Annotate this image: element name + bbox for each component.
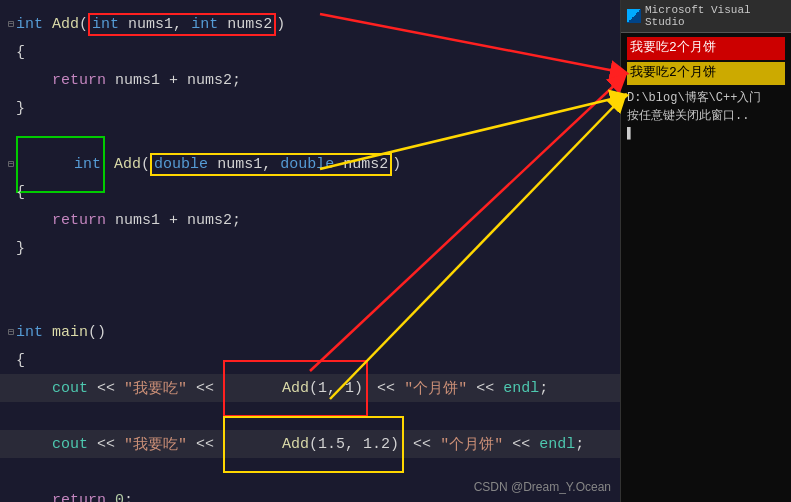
watermark: CSDN @Dream_Y.Ocean (474, 480, 611, 494)
paren-open-1: ( (79, 16, 88, 33)
fn-add-2: Add (114, 156, 141, 173)
kw-return-2: return (52, 212, 106, 229)
kw-return-1: return (52, 72, 106, 89)
console-title: Microsoft Visual Studio (645, 4, 785, 28)
output-line-2: 我要吃2个月饼 (627, 62, 785, 85)
collapse-2[interactable]: ⊟ (8, 158, 14, 170)
box-params-red: int nums1, int nums2 (88, 13, 276, 36)
collapse-1[interactable]: ⊟ (8, 18, 14, 30)
code-line-11 (0, 290, 620, 318)
return-body-2: nums1 + nums2; (106, 212, 241, 229)
code-line-14: cout << "我要吃" << Add(1, 1) << "个月饼" << e… (0, 374, 620, 402)
box-int-green: int (16, 136, 105, 193)
fn-add-1: Add (52, 16, 79, 33)
brace-open-2: { (16, 184, 25, 201)
code-line-2: { (0, 38, 620, 66)
box-add-double-call: Add(1.5, 1.2) (223, 416, 404, 473)
console-output: 我要吃2个月饼 我要吃2个月饼 D:\blog\博客\C++入门 按任意键关闭此… (621, 33, 791, 147)
code-line-1: ⊟ int Add ( int nums1, int nums2 ) (0, 10, 620, 38)
output-path: D:\blog\博客\C++入门 按任意键关闭此窗口.. ▌ (627, 89, 785, 143)
collapse-3[interactable]: ⊟ (8, 326, 14, 338)
code-line-3: return nums1 + nums2; (0, 66, 620, 94)
console-titlebar: Microsoft Visual Studio (621, 0, 791, 33)
kw-int-main: int (16, 324, 43, 341)
code-line-8: return nums1 + nums2; (0, 206, 620, 234)
code-line-10 (0, 262, 620, 290)
output-line-1: 我要吃2个月饼 (627, 37, 785, 60)
box-params-yellow: double nums1, double nums2 (150, 153, 392, 176)
brace-close-1: } (16, 100, 25, 117)
space-1 (43, 16, 52, 33)
kw-int-1: int (16, 16, 43, 33)
paren-close-1: ) (276, 16, 285, 33)
code-line-12: ⊟ int main () (0, 318, 620, 346)
code-editor: ⊟ int Add ( int nums1, int nums2 ) { ret… (0, 0, 620, 502)
console-panel: Microsoft Visual Studio 我要吃2个月饼 我要吃2个月饼 … (620, 0, 791, 502)
brace-open-1: { (16, 44, 25, 61)
code-line-4: } (0, 94, 620, 122)
fn-main: main (52, 324, 88, 341)
box-add-int-call: Add(1, 1) (223, 360, 368, 417)
code-line-16: cout << "我要吃" << Add(1.5, 1.2) << "个月饼" … (0, 430, 620, 458)
code-line-9: } (0, 234, 620, 262)
return-body-1: nums1 + nums2; (106, 72, 241, 89)
code-line-6: ⊟ int Add ( double nums1, double nums2 ) (0, 150, 620, 178)
brace-close-2: } (16, 240, 25, 257)
vs-icon (627, 9, 641, 23)
